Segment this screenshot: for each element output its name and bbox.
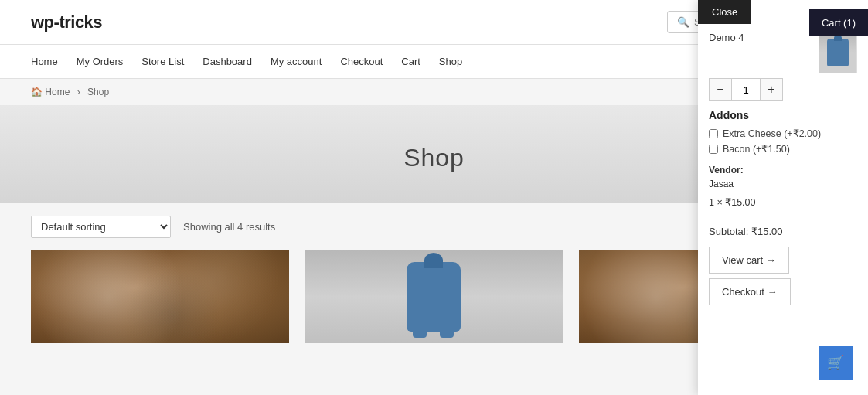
nav-my-orders[interactable]: My Orders xyxy=(77,45,124,78)
nav-store-list[interactable]: Store List xyxy=(141,45,184,78)
nav-cart[interactable]: Cart xyxy=(401,45,420,78)
subtotal-row: Subtotal: ₹15.00 xyxy=(698,221,868,242)
breadcrumb-separator: › xyxy=(77,87,80,97)
addon-extra-cheese[interactable]: Extra Cheese (+₹2.00) xyxy=(709,128,857,139)
addons-section: Addons Extra Cheese (+₹2.00) Bacon (+₹1.… xyxy=(698,109,868,155)
nav-links: Home My Orders Store List Dashboard My a… xyxy=(31,45,462,78)
vendor-section: Vendor: Jasaa xyxy=(698,162,868,190)
cart-close-button[interactable]: Close xyxy=(698,0,751,24)
float-cart-icon: 🛒 xyxy=(827,354,844,371)
vendor-name: Jasaa xyxy=(709,179,734,189)
sort-select[interactable]: Default sorting Sort by popularity Sort … xyxy=(31,216,171,238)
qty-decrease-button[interactable]: − xyxy=(709,78,732,101)
cart-product-thumbnail xyxy=(819,32,857,73)
nav-my-account[interactable]: My account xyxy=(271,45,322,78)
product-image-1 xyxy=(31,250,289,343)
product-image-2 xyxy=(305,250,563,343)
cart-top-button[interactable]: Cart (1) xyxy=(809,9,868,36)
product-card-1[interactable] xyxy=(31,250,289,343)
nav-home[interactable]: Home xyxy=(31,45,58,78)
panel-divider xyxy=(698,216,868,216)
addon-extra-cheese-checkbox[interactable] xyxy=(709,129,718,138)
search-icon: 🔍 xyxy=(677,16,689,28)
nav-shop[interactable]: Shop xyxy=(439,45,462,78)
home-icon: 🏠 xyxy=(31,87,43,97)
site-title: wp-tricks xyxy=(31,12,102,32)
addon-bacon-label: Bacon (+₹1.50) xyxy=(723,143,790,155)
qty-increase-button[interactable]: + xyxy=(760,78,783,101)
hoodie-image xyxy=(305,250,563,343)
view-cart-button[interactable]: View cart → xyxy=(709,247,789,274)
view-cart-label: View cart → xyxy=(722,254,776,266)
vendor-label: Vendor: xyxy=(709,165,744,175)
qty-price: 1 × ₹15.00 xyxy=(698,196,868,208)
cart-panel: Close Demo 4 − 1 + Addons Extra Cheese (… xyxy=(698,0,868,374)
result-count: Showing all 4 results xyxy=(183,221,275,233)
cart-product-name: Demo 4 xyxy=(709,32,744,43)
checkout-button[interactable]: Checkout → xyxy=(709,278,791,305)
nav-dashboard[interactable]: Dashboard xyxy=(203,45,252,78)
addons-title: Addons xyxy=(709,109,857,121)
addon-bacon-checkbox[interactable] xyxy=(709,145,718,154)
float-cart-button[interactable]: 🛒 xyxy=(819,346,853,374)
rock-image-1 xyxy=(31,250,289,343)
thumb-hoodie-shape xyxy=(827,39,849,66)
breadcrumb-current: Shop xyxy=(87,87,109,97)
hoodie-shape xyxy=(407,262,461,332)
product-card-2[interactable] xyxy=(305,250,563,343)
nav-checkout[interactable]: Checkout xyxy=(340,45,383,78)
quantity-controls: − 1 + xyxy=(698,78,868,101)
breadcrumb-home[interactable]: Home xyxy=(45,87,70,97)
qty-value: 1 xyxy=(732,78,760,101)
addon-bacon[interactable]: Bacon (+₹1.50) xyxy=(709,143,857,155)
addon-extra-cheese-label: Extra Cheese (+₹2.00) xyxy=(723,128,821,139)
checkout-label: Checkout → xyxy=(722,286,778,298)
